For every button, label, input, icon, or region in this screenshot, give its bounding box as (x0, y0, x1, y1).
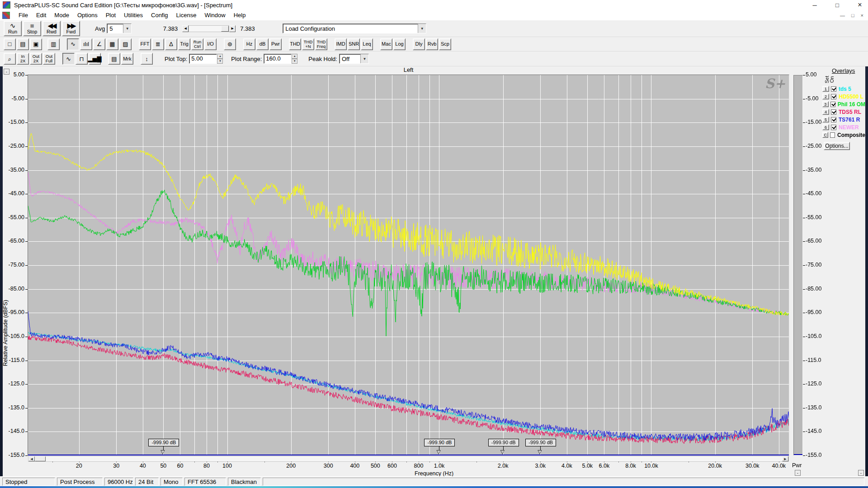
y-range-button[interactable]: ↕ (141, 53, 153, 65)
overlay-set-3-button[interactable]: 3 (822, 101, 829, 107)
menu-utilities[interactable]: Utilities (120, 10, 147, 20)
overlay-on-checkbox[interactable] (831, 117, 836, 122)
view-spectrum-button[interactable]: ılıl (80, 38, 92, 50)
mdi-restore-icon[interactable]: □ (851, 13, 854, 18)
overlay-set-6-button[interactable]: 6 (822, 124, 829, 130)
overlay-on-checkbox[interactable] (831, 125, 836, 130)
overlay-on-checkbox[interactable] (831, 94, 836, 99)
position-scrollbar[interactable] (189, 25, 229, 32)
signal-generator-button[interactable]: ⊚ (224, 38, 236, 50)
delay-button[interactable]: Dly (413, 38, 425, 50)
spectrum-plot-canvas[interactable] (28, 75, 789, 455)
open-file-button[interactable]: ▤ (17, 38, 29, 50)
print-button[interactable]: ▥ (47, 38, 60, 50)
zoom-out-full-button[interactable]: Out Full (43, 53, 55, 65)
avg-select[interactable]: 5 ▼ (107, 23, 132, 33)
view-phase-button[interactable]: ∠ (93, 38, 105, 50)
overlay-on-checkbox[interactable] (830, 102, 835, 107)
save-button[interactable]: ▣ (30, 38, 42, 50)
collapse-right-button[interactable]: - (858, 470, 864, 476)
view-spectrogram-button[interactable]: ▦ (106, 38, 118, 50)
maximize-icon[interactable]: □ (833, 2, 842, 9)
leq-button[interactable]: Leq (361, 38, 373, 50)
plot-style-bars-button[interactable]: ▂▅▇ (89, 53, 101, 65)
collapse-pwr-button[interactable]: - (795, 470, 801, 476)
io-device-button[interactable]: I/O (204, 38, 217, 50)
thd-n-button[interactable]: THD +N (302, 38, 314, 50)
peak-hold-select[interactable]: Off ▼ (339, 54, 369, 64)
log-button[interactable]: Log (393, 38, 406, 50)
stop-button[interactable]: ■ Stop (23, 21, 41, 36)
macro-button[interactable]: Mac (380, 38, 392, 50)
menu-license[interactable]: License (172, 10, 201, 20)
calibration-button[interactable]: ∆ (165, 38, 177, 50)
chevron-down-icon[interactable]: ▼ (360, 54, 368, 63)
overlay-set-2-button[interactable]: 2 (822, 94, 829, 99)
overlay-set-4-button[interactable]: 4 (822, 109, 829, 115)
menu-edit[interactable]: Edit (32, 10, 50, 20)
overlay-on-checkbox[interactable] (831, 86, 836, 92)
run-control-button[interactable]: Run Ctrl (191, 38, 203, 50)
plot-top-input[interactable]: 5.00 ▲▼ (189, 54, 223, 64)
mdi-close-icon[interactable]: × (861, 13, 863, 18)
chevron-down-icon[interactable]: ▼ (123, 24, 131, 33)
forward-button[interactable]: ▶▶ Fwd (62, 21, 80, 36)
imd-button[interactable]: IMD (335, 38, 347, 50)
plot-scrollbar-thumb[interactable] (35, 456, 46, 461)
load-configuration-select[interactable]: Load Configuration ▼ (283, 23, 426, 33)
menu-file[interactable]: File (14, 10, 32, 20)
scroll-right-icon[interactable]: ▶ (229, 25, 236, 32)
view-surface-button[interactable]: ▨ (119, 38, 132, 50)
db-button[interactable]: dB (256, 38, 269, 50)
overlay-set-5-button[interactable]: 5 (822, 117, 829, 122)
trigger-button[interactable]: Trig (178, 38, 190, 50)
run-button[interactable]: ∿ Run (4, 21, 22, 36)
y-tick-label-right: -45.00 (806, 190, 829, 197)
plot-h-scrollbar[interactable]: ◀ ▶ (28, 456, 789, 462)
scope-button[interactable]: Scp (439, 38, 451, 50)
zoom-in-2x-button[interactable]: In 2X (17, 53, 29, 65)
plot-style-steps-button[interactable]: ⊓ (75, 53, 88, 65)
menu-options[interactable]: Options (73, 10, 102, 20)
menu-config[interactable]: Config (147, 10, 172, 20)
view-time-series-button[interactable]: ∿ (67, 38, 79, 50)
minimize-icon[interactable]: ─ (810, 2, 819, 9)
menu-mode[interactable]: Mode (50, 10, 73, 20)
menu-help[interactable]: Help (230, 10, 250, 20)
overlays-options-button[interactable]: Options... (824, 142, 850, 150)
scroll-left-icon[interactable]: ◀ (28, 456, 35, 461)
thd-button[interactable]: THD (289, 38, 301, 50)
plot-range-input[interactable]: 160.0 ▲▼ (264, 54, 297, 64)
overlay-on-checkbox[interactable] (830, 132, 835, 138)
marker-button[interactable]: Mrk (121, 53, 133, 65)
overlay-set-c-button[interactable]: C (822, 132, 828, 138)
reverb-button[interactable]: Rvb (426, 38, 438, 50)
y-tick-label-left: -155.0 (0, 452, 24, 459)
overlay-set-1-button[interactable]: 1 (822, 86, 829, 92)
plot-style-line-button[interactable]: ∿ (62, 53, 75, 65)
snr-button[interactable]: SNR (348, 38, 360, 50)
spin-up-icon[interactable]: ▲ (217, 54, 223, 59)
thd-freq-button[interactable]: THD Freq (315, 38, 327, 50)
spin-down-icon[interactable]: ▼ (217, 59, 223, 64)
menu-plot[interactable]: Plot (102, 10, 120, 20)
scroll-left-icon[interactable]: ◀ (182, 25, 189, 32)
spin-up-icon[interactable]: ▲ (292, 54, 297, 59)
scroll-right-icon[interactable]: ▶ (782, 456, 788, 461)
rewind-button[interactable]: ◀◀ Rwd (42, 21, 61, 36)
spin-down-icon[interactable]: ▼ (292, 59, 297, 64)
hz-button[interactable]: Hz (243, 38, 255, 50)
mdi-minimize-icon[interactable]: — (840, 13, 845, 18)
fft-settings-button[interactable]: FFT (139, 38, 151, 50)
chevron-down-icon[interactable]: ▼ (418, 24, 426, 33)
scaling-button[interactable]: ≣ (152, 38, 164, 50)
new-file-button[interactable]: □ (4, 38, 16, 50)
overlay-on-checkbox[interactable] (831, 109, 836, 115)
close-icon[interactable]: × (855, 1, 864, 9)
zoom-button[interactable]: ⌕ (4, 53, 16, 65)
position-scrollbar-thumb[interactable] (221, 26, 229, 32)
zoom-out-2x-button[interactable]: Out 2X (30, 53, 42, 65)
pwr-button[interactable]: Pwr (269, 38, 282, 50)
menu-window[interactable]: Window (200, 10, 229, 20)
display-options-button[interactable]: ▤ (108, 53, 120, 65)
